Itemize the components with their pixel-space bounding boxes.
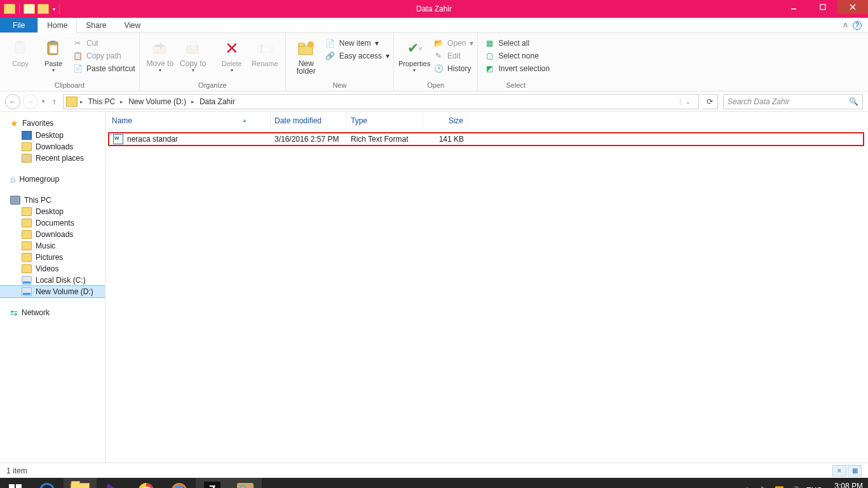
minimize-ribbon-icon[interactable]: ᐱ <box>843 22 848 29</box>
taskbar-paint[interactable] <box>229 478 262 488</box>
taskbar-firefox[interactable] <box>163 478 196 488</box>
folder-icon <box>22 264 32 273</box>
cut-button[interactable]: ✂Cut <box>72 38 135 48</box>
tab-view[interactable]: View <box>115 18 149 32</box>
back-button[interactable]: ← <box>5 94 20 109</box>
crumb-volume[interactable]: New Volume (D:) <box>126 97 189 106</box>
properties-button[interactable]: ✔྾Properties▾ <box>398 36 431 73</box>
svg-rect-7 <box>50 41 55 43</box>
sort-asc-icon: ▲ <box>242 118 247 123</box>
sidebar-thispc[interactable]: This PC <box>0 194 105 206</box>
copy-path-button[interactable]: 📋Copy path <box>72 51 135 61</box>
copy-button[interactable]: Copy <box>4 36 37 67</box>
svg-rect-5 <box>17 41 22 43</box>
main-area: ★Favorites Desktop Downloads Recent plac… <box>0 112 868 463</box>
rtf-file-icon <box>113 134 123 144</box>
sidebar-item-documents[interactable]: Documents <box>0 217 105 229</box>
taskbar-ie[interactable] <box>31 478 64 488</box>
qat-properties-icon[interactable] <box>37 4 49 14</box>
sidebar-item-newvolume[interactable]: New Volume (D:) <box>0 286 105 297</box>
col-size[interactable]: Size <box>423 112 468 129</box>
up-button[interactable]: ↑ <box>48 97 60 106</box>
sidebar-favorites[interactable]: ★Favorites <box>0 117 105 130</box>
quick-access-toolbar: ▾ <box>0 4 61 14</box>
help-icon[interactable]: ? <box>853 21 862 30</box>
taskbar-visualstudio[interactable] <box>97 478 130 488</box>
tab-file[interactable]: File <box>0 18 37 32</box>
caret-icon[interactable]: ▸ <box>190 98 196 105</box>
caret-icon[interactable]: ▸ <box>79 98 85 105</box>
crumb-thispc[interactable]: This PC <box>86 97 118 106</box>
rename-button[interactable]: Rename <box>248 36 281 67</box>
sidebar-item-music[interactable]: Music <box>0 240 105 252</box>
paste-shortcut-button[interactable]: 📄Paste shortcut <box>72 64 135 74</box>
file-date-cell: 3/16/2016 2:57 PM <box>271 135 347 144</box>
tab-share[interactable]: Share <box>77 18 115 32</box>
firefox-icon <box>172 483 187 488</box>
group-open: ✔྾Properties▾ 📂Open ▾ ✎Edit 🕑History Ope… <box>394 33 478 91</box>
svg-point-16 <box>308 41 314 48</box>
select-none-button[interactable]: ▢Select none <box>484 51 550 61</box>
file-explorer-icon <box>71 483 90 488</box>
sidebar-item-videos[interactable]: Videos <box>0 263 105 274</box>
nav-bar: ← → ▾ ↑ ▸ This PC ▸ New Volume (D:) ▸ Da… <box>0 92 868 112</box>
refresh-button[interactable]: ⟳ <box>702 94 718 109</box>
sidebar-item-pictures[interactable]: Pictures <box>0 252 105 263</box>
select-all-button[interactable]: ▦Select all <box>484 38 550 48</box>
crumb-folder[interactable]: Data Zahir <box>197 97 238 106</box>
icons-view-button[interactable]: ▦ <box>848 465 862 477</box>
col-name[interactable]: Name▲ <box>105 112 271 129</box>
maximize-button[interactable] <box>808 0 837 14</box>
sidebar-item-desktop[interactable]: Desktop <box>0 130 105 141</box>
address-bar[interactable]: ▸ This PC ▸ New Volume (D:) ▸ Data Zahir… <box>63 94 700 109</box>
sidebar-homegroup[interactable]: ⌂Homegroup <box>0 173 105 186</box>
window-controls <box>779 0 868 14</box>
sidebar-network[interactable]: ⇆Network <box>0 306 105 319</box>
forward-button[interactable]: → <box>23 94 38 109</box>
file-row[interactable]: neraca standar 3/16/2016 2:57 PM Rich Te… <box>108 132 864 146</box>
easy-access-button[interactable]: 🔗Easy access ▾ <box>325 51 390 61</box>
taskbar-explorer[interactable] <box>64 478 97 488</box>
sidebar-item-downloads[interactable]: Downloads <box>0 141 105 152</box>
folder-icon <box>22 253 32 262</box>
sidebar-item-localc[interactable]: Local Disk (C:) <box>0 274 105 286</box>
delete-button[interactable]: ✕Delete▾ <box>215 36 248 73</box>
open-button[interactable]: 📂Open ▾ <box>433 38 473 48</box>
close-button[interactable] <box>837 0 868 14</box>
minimize-button[interactable] <box>779 0 808 14</box>
new-folder-button[interactable]: New folder <box>290 36 323 75</box>
search-box[interactable]: Search Data Zahir 🔍 <box>723 94 863 109</box>
group-select: ▦Select all ▢Select none ◩Invert selecti… <box>478 33 553 91</box>
status-bar: 1 item ≡ ▦ <box>0 463 868 478</box>
caret-icon[interactable]: ▸ <box>119 98 125 105</box>
location-folder-icon <box>66 97 78 107</box>
taskbar-zahir[interactable]: Z <box>196 478 229 488</box>
col-type[interactable]: Type <box>347 112 423 129</box>
chrome-icon <box>139 483 154 488</box>
network-icon: ⇆ <box>10 308 18 318</box>
copy-to-button[interactable]: Copy to▾ <box>177 36 210 73</box>
tray-clock[interactable]: 3:08 PM3/16/2016 <box>829 482 863 488</box>
sidebar-item-recent[interactable]: Recent places <box>0 152 105 164</box>
edit-button[interactable]: ✎Edit <box>433 51 473 61</box>
tab-home[interactable]: Home <box>37 18 77 33</box>
paste-button[interactable]: Paste▾ <box>37 36 70 73</box>
details-view-button[interactable]: ≡ <box>832 465 846 477</box>
sidebar-item-desktop2[interactable]: Desktop <box>0 206 105 217</box>
sidebar-item-downloads2[interactable]: Downloads <box>0 229 105 240</box>
ribbon-tabs: File Home Share View ᐱ ? <box>0 18 868 33</box>
item-count: 1 item <box>6 466 27 475</box>
desktop-icon <box>22 131 32 140</box>
recent-locations-dropdown[interactable]: ▾ <box>41 98 46 104</box>
qat-dropdown-icon[interactable]: ▾ <box>53 6 55 12</box>
invert-selection-button[interactable]: ◩Invert selection <box>484 64 550 74</box>
qat-new-folder-icon[interactable] <box>24 4 35 14</box>
move-to-button[interactable]: Move to▾ <box>144 36 177 73</box>
col-date[interactable]: Date modified <box>271 112 347 129</box>
taskbar-chrome[interactable] <box>130 478 163 488</box>
drive-icon <box>22 287 32 296</box>
history-button[interactable]: 🕑History <box>433 64 473 74</box>
new-item-button[interactable]: 📄New item ▾ <box>325 38 390 48</box>
start-button[interactable] <box>0 478 31 488</box>
address-dropdown-icon[interactable]: ⌄ <box>680 98 696 105</box>
